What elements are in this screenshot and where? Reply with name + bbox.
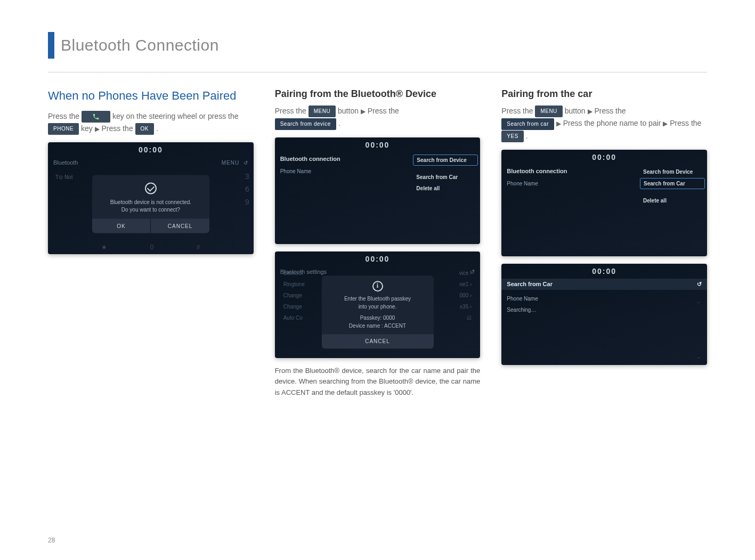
phone-key-chip: PHONE <box>48 123 79 135</box>
txt: button <box>565 107 588 115</box>
header-left: Bluetooth <box>53 159 78 166</box>
call-key-chip <box>82 111 110 123</box>
bt-connection-header: Bluetooth connection <box>280 156 406 162</box>
h2-no-phones-paired: When no Phones Have Been Paired <box>48 88 254 104</box>
device-clock: 00:00 <box>501 150 707 165</box>
menu-search-from-device[interactable]: Search from Device <box>643 169 702 175</box>
info-icon: i <box>372 281 383 291</box>
back-icon[interactable]: ↺ <box>697 281 702 288</box>
menu-search-from-car[interactable]: Search from Car <box>416 174 475 180</box>
txt: . <box>338 119 340 127</box>
keypad-3[interactable]: 3 <box>245 172 249 181</box>
header-label: Search from Car <box>507 281 553 288</box>
search-result-list: Phone Name Searching… <box>501 290 707 319</box>
txt: Press the phone name to pair <box>563 119 663 127</box>
column-2: Pairing from the Bluetooth® Device Press… <box>275 88 481 399</box>
menu-key-chip: MENU <box>535 105 562 117</box>
list-item-truncated: T⊙ Not <box>55 174 72 180</box>
arrow-icon: ▶ <box>588 108 592 115</box>
h3-pairing-from-car: Pairing from the car <box>501 88 707 100</box>
device-header: Bluetooth MENU ↺ <box>48 157 254 168</box>
menu-search-from-device[interactable]: Search from Device <box>413 155 478 166</box>
check-icon <box>145 182 157 194</box>
dialog-buttons: OK CANCEL <box>92 218 209 233</box>
page-title: Bluetooth Connection <box>61 36 219 54</box>
bt-connection-list: Bluetooth connection Phone Name <box>501 165 638 204</box>
title-accent-bar <box>48 32 54 59</box>
dialog-cancel-button[interactable]: CANCEL <box>322 334 434 348</box>
dialog-cancel-button[interactable]: CANCEL <box>151 218 209 233</box>
context-menu: Search from Device Search from Car Delet… <box>638 165 707 204</box>
page-number: 28 <box>48 537 55 544</box>
txt: button <box>338 107 361 115</box>
instruction-text-3: Press the MENU button ▶ Press the Search… <box>501 105 707 142</box>
search-from-car-header: Search from Car ↺ <box>501 279 707 290</box>
keypad-6[interactable]: 6 <box>245 185 249 193</box>
txt: Press the <box>501 107 535 115</box>
bt-connection-header: Bluetooth connection <box>507 168 632 174</box>
device-screenshot-not-connected: 00:00 Bluetooth MENU ↺ T⊙ Not 3 6 9 Blue… <box>48 142 254 254</box>
scroll-up-icon[interactable]: ⌃ <box>696 301 704 307</box>
phone-handset-icon <box>92 113 100 120</box>
device-clock: 00:00 <box>275 251 481 266</box>
column-1: When no Phones Have Been Paired Press th… <box>48 88 254 399</box>
keypad-0[interactable]: 0 <box>150 244 154 251</box>
ok-key-chip: OK <box>135 123 154 135</box>
scroll-arrows: ⌃ ⌄ <box>696 301 704 360</box>
search-from-device-chip: Search from device <box>275 118 336 130</box>
connect-dialog: Bluetooth device is not connected. Do yo… <box>92 175 209 233</box>
txt: Press the <box>670 119 701 127</box>
txt: key on the steering wheel or press the <box>112 112 239 120</box>
keypad-nums: 3 6 9 <box>245 172 249 206</box>
menu-key-chip: MENU <box>309 105 336 117</box>
menu-search-from-car[interactable]: Search from Car <box>640 178 705 189</box>
menu-delete-all[interactable]: Delete all <box>643 198 702 204</box>
dialog-ok-button[interactable]: OK <box>92 218 151 233</box>
dialog-message: Enter the Bluetooth passkey into your ph… <box>327 295 428 330</box>
device-clock: 00:00 <box>501 264 707 279</box>
h3-pairing-from-device: Pairing from the Bluetooth® Device <box>275 88 481 100</box>
keypad-star[interactable]: ★ <box>101 244 107 251</box>
menu-delete-all[interactable]: Delete all <box>416 185 475 191</box>
txt: key <box>81 124 95 133</box>
scroll-down-icon[interactable]: ⌄ <box>696 354 704 360</box>
txt: Press the <box>102 124 135 133</box>
arrow-icon: ▶ <box>556 120 561 127</box>
device-clock: 00:00 <box>275 137 481 152</box>
txt: . <box>156 124 158 133</box>
device-screenshot-passkey-dialog: 00:00 Bluetooth settings ↺ Bluetootvice … <box>275 251 481 358</box>
device-screenshot-bt-connection-menu: 00:00 Bluetooth connection Phone Name Se… <box>275 137 481 244</box>
device-screenshot-bt-connection-menu-car: 00:00 Bluetooth connection Phone Name Se… <box>501 150 707 256</box>
context-menu: Search from Device Search from Car Delet… <box>411 152 480 191</box>
txt: Press the <box>48 112 82 120</box>
paragraph-pairing-note: From the Bluetooth® device, search for t… <box>275 366 481 399</box>
txt: . <box>526 132 528 140</box>
columns: When no Phones Have Been Paired Press th… <box>48 88 707 399</box>
instruction-text-2: Press the MENU button ▶ Press the Search… <box>275 105 481 130</box>
arrow-icon: ▶ <box>95 125 100 133</box>
device-clock: 00:00 <box>48 142 254 157</box>
list-item[interactable]: Phone Name <box>507 293 702 304</box>
page-header: Bluetooth Connection <box>48 32 707 59</box>
keypad-hash[interactable]: # <box>197 244 200 251</box>
yes-key-chip: YES <box>501 131 524 142</box>
list-item-searching: Searching… <box>507 304 702 315</box>
keypad-bottom-row: ★ 0 # <box>48 244 254 251</box>
keypad-9[interactable]: 9 <box>245 198 249 206</box>
txt: Press the <box>594 107 626 115</box>
bt-device-item[interactable]: Phone Name <box>507 178 632 189</box>
txt: Press the <box>368 107 399 115</box>
dialog-message: Bluetooth device is not connected. Do yo… <box>92 198 209 218</box>
arrow-icon: ▶ <box>361 108 366 115</box>
search-from-car-chip: Search from car <box>501 118 554 130</box>
txt: Press the <box>275 107 309 115</box>
passkey-info-dialog: i Enter the Bluetooth passkey into your … <box>322 275 434 348</box>
column-3: Pairing from the car Press the MENU butt… <box>501 88 707 399</box>
bt-connection-list: Bluetooth connection Phone Name <box>275 152 411 191</box>
menu-label[interactable]: MENU ↺ <box>222 160 248 166</box>
instruction-text-1: Press the key on the steering wheel or p… <box>48 110 254 135</box>
bt-device-item[interactable]: Phone Name <box>280 166 406 176</box>
arrow-icon: ▶ <box>663 120 668 127</box>
device-screenshot-search-from-car: 00:00 Search from Car ↺ Phone Name Searc… <box>501 264 707 365</box>
divider <box>48 72 707 72</box>
